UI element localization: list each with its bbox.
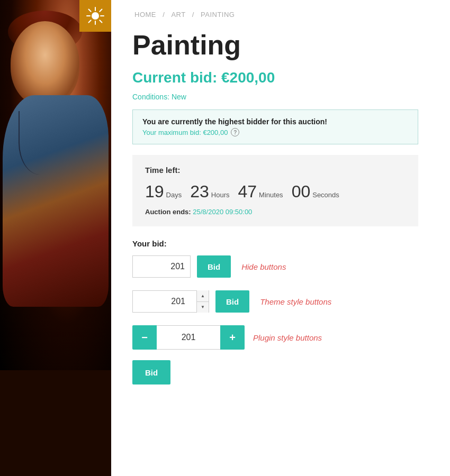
- timer-hours: 23 Hours: [190, 182, 229, 202]
- max-bid-info: Your maximum bid: €200,00 ?: [142, 128, 408, 136]
- sidebar-logo[interactable]: [79, 0, 111, 32]
- hide-buttons-label: Hide buttons: [241, 262, 286, 271]
- main-content: HOME / ART / PAINTING Painting Current b…: [111, 0, 450, 476]
- highest-bidder-box: You are currently the highest bidder for…: [132, 109, 418, 144]
- conditions: Conditions: New: [132, 93, 429, 101]
- timer-minutes: 47 Minutes: [238, 182, 283, 202]
- bid-button-1[interactable]: Bid: [197, 255, 231, 278]
- minutes-label: Minutes: [259, 191, 283, 199]
- breadcrumb: HOME / ART / PAINTING: [132, 11, 429, 19]
- time-left-label: Time left:: [145, 166, 406, 175]
- help-icon[interactable]: ?: [231, 128, 239, 136]
- breadcrumb-sep2: /: [192, 11, 194, 19]
- days-value: 19: [145, 182, 164, 202]
- painting-necklace: [19, 111, 61, 175]
- breadcrumb-painting[interactable]: PAINTING: [201, 11, 235, 19]
- bid-input-theme-wrapper: ▲ ▼: [132, 290, 209, 313]
- bid-arrows: ▲ ▼: [196, 290, 209, 313]
- bid-input-3[interactable]: [157, 325, 220, 350]
- bid-up-arrow[interactable]: ▲: [197, 290, 209, 302]
- current-bid: Current bid: €200,00: [132, 69, 429, 86]
- bid-input-1[interactable]: [132, 255, 191, 278]
- hours-value: 23: [190, 182, 209, 202]
- page-title: Painting: [132, 29, 429, 61]
- highest-bidder-message: You are currently the highest bidder for…: [142, 117, 408, 126]
- painting-face: [11, 21, 79, 106]
- hours-label: Hours: [211, 191, 230, 199]
- plugin-style-label: Plugin style buttons: [253, 333, 322, 342]
- sun-icon: [86, 6, 105, 25]
- minutes-value: 47: [238, 182, 257, 202]
- auction-ends: Auction ends: 25/8/2020 09:50:00: [145, 208, 406, 216]
- bid-button-3[interactable]: Bid: [132, 360, 170, 385]
- timer-box: Time left: 19 Days 23 Hours 47 Minutes 0…: [132, 155, 418, 226]
- breadcrumb-art[interactable]: ART: [171, 11, 185, 19]
- seconds-value: 00: [292, 182, 311, 202]
- painting-background: [0, 0, 111, 476]
- timer-days: 19 Days: [145, 182, 182, 202]
- seconds-label: Seconds: [312, 191, 339, 199]
- plugin-plus-button[interactable]: +: [220, 325, 245, 350]
- svg-line-8: [89, 20, 91, 22]
- bid-button-2[interactable]: Bid: [215, 290, 249, 313]
- theme-style-label: Theme style buttons: [260, 297, 331, 306]
- svg-line-7: [100, 10, 102, 12]
- max-bid-label: Your maximum bid: €200,00: [142, 129, 228, 136]
- bid-input-2[interactable]: [133, 291, 196, 312]
- svg-line-5: [89, 10, 91, 12]
- sidebar: [0, 0, 111, 476]
- bid-down-arrow[interactable]: ▼: [197, 302, 209, 313]
- breadcrumb-sep1: /: [163, 11, 165, 19]
- bid-row-plugin: − + Plugin style buttons: [132, 325, 429, 350]
- days-label: Days: [166, 191, 182, 199]
- plugin-minus-button[interactable]: −: [132, 325, 157, 350]
- your-bid-label: Your bid:: [132, 239, 429, 248]
- svg-line-6: [100, 20, 102, 22]
- auction-ends-label: Auction ends:: [145, 208, 191, 216]
- svg-point-0: [92, 12, 99, 20]
- timer-seconds: 00 Seconds: [292, 182, 339, 202]
- auction-ends-date: 25/8/2020 09:50:00: [193, 208, 252, 216]
- bid-row-hide: Bid Hide buttons: [132, 255, 429, 278]
- timer-display: 19 Days 23 Hours 47 Minutes 00 Seconds: [145, 182, 406, 202]
- bid-row-theme: ▲ ▼ Bid Theme style buttons: [132, 290, 429, 313]
- breadcrumb-home[interactable]: HOME: [134, 11, 156, 19]
